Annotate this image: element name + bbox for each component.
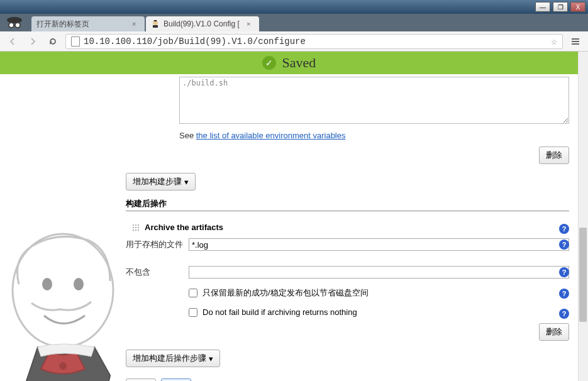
apply-button[interactable]: 应用 [161, 378, 191, 381]
config-form: ./build.sh See the list of available env… [126, 77, 569, 381]
tab-close-icon[interactable]: × [247, 20, 254, 28]
svg-rect-8 [572, 38, 579, 40]
saved-label: Saved [282, 55, 316, 71]
svg-point-13 [74, 278, 84, 290]
add-post-build-dropdown[interactable]: 增加构建后操作步骤 ▾ [126, 350, 220, 367]
browser-tabstrip: 打开新的标签页 × Build(99).V1.0 Config [ × [0, 14, 588, 31]
tab-title: 打开新的标签页 [36, 19, 128, 30]
page-icon [71, 36, 80, 47]
browser-menu-button[interactable] [568, 34, 583, 49]
drag-handle-icon[interactable] [132, 224, 140, 231]
no-fail-checkbox[interactable] [189, 308, 197, 317]
help-icon[interactable]: ? [559, 289, 569, 299]
delete-post-build-button[interactable]: 删除 [539, 323, 569, 341]
scrollbar-thumb[interactable] [579, 228, 587, 322]
keep-latest-checkbox[interactable] [189, 289, 197, 297]
vertical-scrollbar[interactable] [578, 52, 588, 381]
archive-artifacts-title: Archive the artifacts [145, 223, 223, 232]
window-close-button[interactable]: X [570, 2, 585, 12]
help-icon[interactable]: ? [559, 309, 569, 319]
window-titlebar: — ❐ X [0, 0, 588, 14]
jenkins-logo-icon [0, 221, 145, 381]
svg-rect-10 [572, 43, 579, 45]
svg-point-11 [13, 234, 113, 347]
saved-notification: ✓ Saved [0, 52, 578, 74]
save-button[interactable]: 保存 [126, 378, 156, 381]
tab-close-icon[interactable]: × [132, 20, 140, 28]
delete-build-step-button[interactable]: 删除 [539, 146, 569, 164]
chevron-down-icon: ▾ [209, 354, 213, 363]
files-to-archive-label: 用于存档的文件 [126, 239, 184, 250]
browser-toolbar: 10.10.100.110/job/Build(99).V1.0/configu… [0, 31, 588, 52]
check-icon: ✓ [262, 56, 276, 70]
env-vars-link[interactable]: the list of available environment variab… [196, 131, 346, 140]
help-icon[interactable]: ? [559, 267, 569, 277]
files-to-archive-input[interactable] [189, 238, 569, 251]
nav-back-button[interactable] [5, 34, 20, 49]
excludes-input[interactable] [189, 266, 569, 279]
url-text: 10.10.100.110/job/Build(99).V1.0/configu… [84, 36, 306, 47]
chevron-down-icon: ▾ [184, 177, 189, 187]
jenkins-favicon-icon [151, 19, 160, 28]
shell-command-textarea[interactable]: ./build.sh [179, 77, 569, 124]
tab-title: Build(99).V1.0 Config [ [164, 19, 243, 28]
browser-tab-1[interactable]: Build(99).V1.0 Config [ × [146, 16, 259, 31]
help-icon[interactable]: ? [559, 224, 569, 234]
svg-point-14 [59, 362, 67, 370]
svg-rect-6 [153, 25, 158, 28]
nav-forward-button[interactable] [25, 34, 40, 49]
nav-reload-button[interactable] [45, 34, 60, 49]
window-minimize-button[interactable]: — [535, 2, 550, 12]
excludes-label: 不包含 [126, 267, 184, 278]
help-icon[interactable]: ? [559, 240, 569, 250]
address-bar[interactable]: 10.10.100.110/job/Build(99).V1.0/configu… [65, 34, 563, 49]
env-vars-hint: See the list of available environment va… [179, 131, 569, 140]
svg-rect-9 [572, 41, 579, 42]
post-build-section-header: 构建后操作 [126, 198, 569, 211]
window-maximize-button[interactable]: ❐ [553, 2, 568, 12]
no-fail-label: Do not fail build if archiving returns n… [202, 307, 357, 317]
svg-rect-7 [154, 20, 157, 21]
svg-point-0 [7, 17, 22, 23]
svg-point-4 [16, 23, 19, 27]
svg-point-3 [9, 23, 13, 27]
browser-tab-0[interactable]: 打开新的标签页 × [31, 16, 145, 31]
svg-point-12 [42, 278, 52, 290]
add-build-step-dropdown[interactable]: 增加构建步骤 ▾ [126, 173, 196, 190]
bookmark-star-icon[interactable]: ☆ [551, 35, 557, 48]
incognito-icon [5, 14, 24, 31]
keep-latest-label: 只保留最新的成功/稳定发布包以节省磁盘空间 [202, 287, 369, 299]
page-viewport: Jenkins › Build(99).V1.0 › 配置 ✓ Saved ./… [0, 52, 588, 381]
